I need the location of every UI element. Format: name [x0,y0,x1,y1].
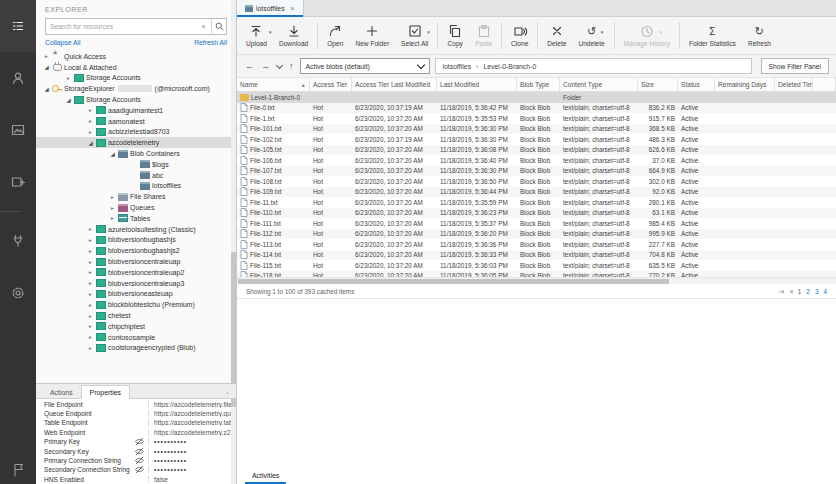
tree-item-blob-containers[interactable]: ◢Blob Containers [36,148,236,159]
column-header-deleted-time[interactable]: Deleted Time [775,78,813,91]
expand-icon[interactable]: ▸ [86,345,95,351]
collapse-icon[interactable]: ◢ [108,151,117,157]
tree-item-blobversioncentraleuap3[interactable]: ▸blobversioncentraleuap3 [36,278,236,289]
tree-item-storageexplorer[interactable]: ◢StorageExplorer(@microsoft.com) [36,83,236,94]
clear-search-icon[interactable]: × [196,19,211,34]
toggle-visibility-icon[interactable] [132,447,145,456]
tree-item-tables[interactable]: ▸Tables [36,213,236,224]
back-icon[interactable]: ← [244,61,255,71]
tree-item-aaadiguimantest1[interactable]: ▸aaadiguimantest1 [36,105,236,116]
clone-button[interactable]: Clone [505,17,534,54]
expand-icon[interactable]: ▸ [64,75,73,81]
collapse-icon[interactable]: ◢ [42,86,51,92]
copy-button[interactable]: Copy [441,17,469,54]
flag-icon[interactable] [0,461,36,479]
column-header-access-tier-last-modified[interactable]: Access Tier Last Modified [352,78,437,91]
dropdown-caret-icon[interactable]: ▾ [659,29,662,35]
collapse-icon[interactable]: ◢ [42,64,51,70]
table-row[interactable]: File-101.txtHot6/23/2020, 10:37:20 AM11/… [237,124,836,135]
tree-item-abc[interactable]: abc [36,170,236,181]
page-link-4[interactable]: 4 [823,288,827,295]
tree-item-queues[interactable]: ▸Queues [36,202,236,213]
dropdown-caret-icon[interactable]: ▾ [427,29,430,35]
breadcrumb-root[interactable]: lotsoffiles [443,63,472,70]
column-header-blob-type[interactable]: Blob Type [517,78,560,91]
column-header-content-type[interactable]: Content Type [560,78,638,91]
refresh-button[interactable]: ↻Refresh [742,17,777,54]
table-row[interactable]: File-111.txtHot6/23/2020, 10:37:20 AM11/… [237,218,836,229]
tab-lotsoffiles[interactable]: lotsoffiles × [237,0,304,16]
tab-properties[interactable]: Properties [81,385,130,399]
table-row-folder[interactable]: Level-1-Branch-0Folder [237,92,836,103]
table-row[interactable]: File-114.txtHot6/23/2020, 10:37:20 AM11/… [237,250,836,261]
expand-icon[interactable]: ▸ [108,205,117,211]
expand-icon[interactable]: ▸ [86,280,95,286]
table-row[interactable]: File-107.txtHot6/23/2020, 10:37:20 AM11/… [237,166,836,177]
expand-icon[interactable]: ▸ [86,334,95,340]
tree-item-blobversionbugbashjs2[interactable]: ▸blobversionbugbashjs2 [36,245,236,256]
table-row[interactable]: File-105.txtHot6/23/2020, 10:37:20 AM11/… [237,145,836,156]
tree-item-storage-accounts[interactable]: ▸Storage Accounts [36,73,236,84]
expand-icon[interactable]: ▸ [86,302,95,308]
folder-statistics-button[interactable]: ΣFolder Statistics [683,17,742,54]
expand-icon[interactable]: ▸ [86,313,95,319]
tab-actions[interactable]: Actions [42,386,81,398]
expand-icon[interactable]: ▸ [86,107,95,113]
expand-icon[interactable]: ▸ [86,237,95,243]
history-dropdown-icon[interactable] [276,61,283,68]
table-row[interactable]: File-108.txtHot6/23/2020, 10:37:20 AM11/… [237,176,836,187]
expand-icon[interactable]: ▸ [86,323,95,329]
first-page-icon[interactable]: |◀ [779,288,784,294]
open-button[interactable]: Open [321,17,349,54]
table-row[interactable]: File-106.txtHot6/23/2020, 10:37:20 AM11/… [237,155,836,166]
tree-item-coolstorageencrypted-blob-[interactable]: ▸coolstorageencrypted (Blob) [36,343,236,354]
table-row[interactable]: File-1.txtHot6/23/2020, 10:37:20 AM11/18… [237,113,836,124]
column-header-access-tier[interactable]: Access Tier [310,78,352,91]
account-icon[interactable] [0,52,36,104]
search-input[interactable] [46,23,196,30]
explorer-icon[interactable] [0,0,36,52]
table-row[interactable]: File-112.txtHot6/23/2020, 10:37:20 AM11/… [237,229,836,240]
expand-icon[interactable]: ▸ [86,118,95,124]
connect-plug-icon[interactable] [0,215,36,267]
tab-activities[interactable]: Activities [245,470,286,484]
blob-state-dropdown[interactable]: Active blobs (default) [300,58,430,74]
tree-scrollbar[interactable] [231,0,236,484]
expand-icon[interactable]: ▸ [86,248,95,254]
collapse-icon[interactable]: ◢ [64,97,73,103]
tree-item-aamonatest[interactable]: ▸aamonatest [36,116,236,127]
column-header-last-modified[interactable]: Last Modified [437,78,517,91]
expand-icon[interactable]: ▸ [86,269,95,275]
tree-item-chipchiptest[interactable]: ▸chipchiptest [36,321,236,332]
table-row[interactable]: File-113.txtHot6/23/2020, 10:37:20 AM11/… [237,239,836,250]
collapse-icon[interactable]: ◢ [86,140,95,146]
expand-icon[interactable]: ▸ [86,129,95,135]
collapse-all-link[interactable]: Collapse All [45,39,81,46]
expand-icon[interactable]: ▸ [86,226,95,232]
horizontal-scrollbar[interactable] [237,277,836,284]
tree-item-blockblobtestchu-premium-[interactable]: ▸blockblobtestchu (Premium) [36,299,236,310]
tree-item-chetest[interactable]: ▸chetest [36,310,236,321]
expand-icon[interactable]: ▸ [86,291,95,297]
download-button[interactable]: Download [273,17,314,54]
table-row[interactable]: File-102.txtHot6/23/2020, 10:37:19 AM11/… [237,134,836,145]
breadcrumb-folder[interactable]: Level-0-Branch-0 [483,63,536,70]
column-header-remaining-days[interactable]: Remaining Days [715,78,775,91]
tree-item-storage-accounts[interactable]: ◢Storage Accounts [36,94,236,105]
toggle-visibility-icon[interactable] [132,456,145,465]
table-row[interactable]: File-11.txtHot6/23/2020, 10:37:20 AM11/1… [237,197,836,208]
dropdown-caret-icon[interactable]: ▾ [601,29,604,35]
tree-item--logs[interactable]: $logs [36,159,236,170]
expand-icon[interactable]: ▸ [42,53,51,59]
tree-item-blobversioncentraleuap[interactable]: ▸blobversioncentraleuap [36,256,236,267]
gear-icon[interactable] [0,267,36,319]
upload-button[interactable]: ▾Upload [240,17,273,54]
previous-page-icon[interactable]: ◀ [789,288,793,294]
forward-icon[interactable]: → [260,61,271,71]
undelete-button[interactable]: ↺▾Undelete [572,17,610,54]
search-icon[interactable] [211,19,226,34]
tree-item-local-attached[interactable]: ◢Local & Attached [36,62,236,73]
expand-icon[interactable]: ▸ [86,259,95,265]
tree-item-blobversionbugbashjs[interactable]: ▸blobversionbugbashjs [36,235,236,246]
expand-icon[interactable]: ▸ [108,215,117,221]
